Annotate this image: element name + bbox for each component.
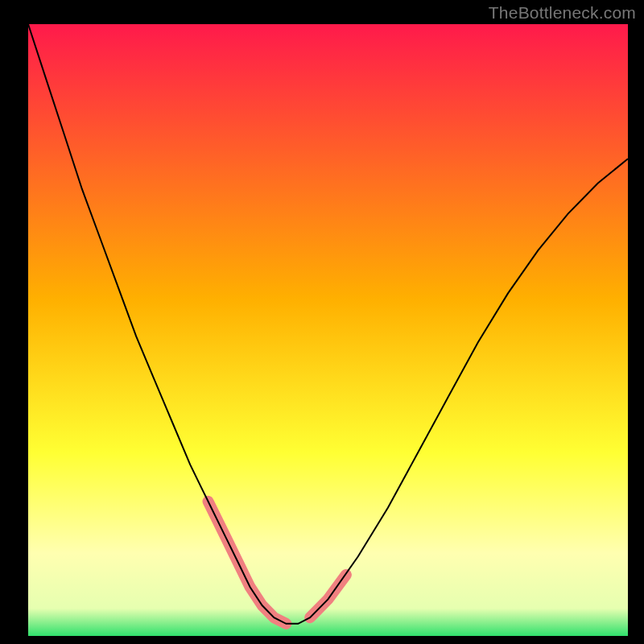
chart-frame: { "watermark": "TheBottleneck.com", "cha… [0, 0, 644, 644]
plot-background [28, 24, 628, 636]
bottleneck-chart [0, 0, 644, 644]
watermark-text: TheBottleneck.com [489, 3, 636, 23]
